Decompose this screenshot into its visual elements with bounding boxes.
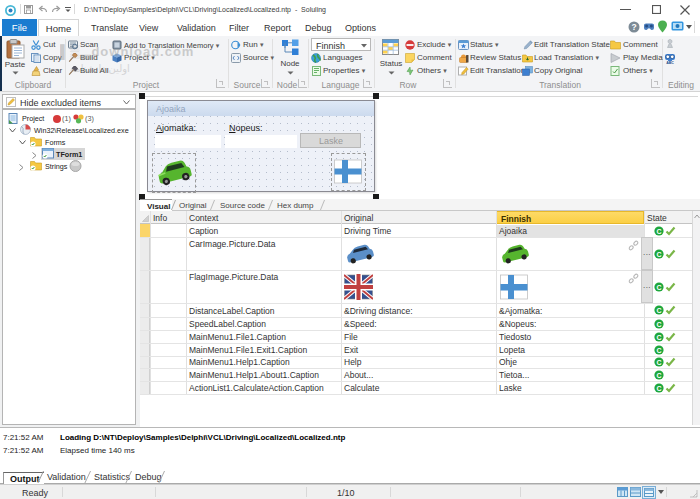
svg-text:ABC: ABC — [666, 61, 674, 65]
svg-text:C: C — [656, 371, 661, 378]
svg-text:C: C — [656, 346, 661, 353]
svg-text:C: C — [656, 320, 661, 327]
svg-text:C: C — [656, 307, 661, 314]
svg-text:C: C — [656, 283, 661, 290]
svg-text:C: C — [656, 359, 661, 366]
svg-text:C: C — [656, 227, 661, 234]
svg-text:C: C — [656, 333, 661, 340]
svg-text:C: C — [656, 250, 661, 257]
svg-text:C: C — [656, 384, 661, 391]
svg-text:?: ? — [631, 22, 636, 32]
